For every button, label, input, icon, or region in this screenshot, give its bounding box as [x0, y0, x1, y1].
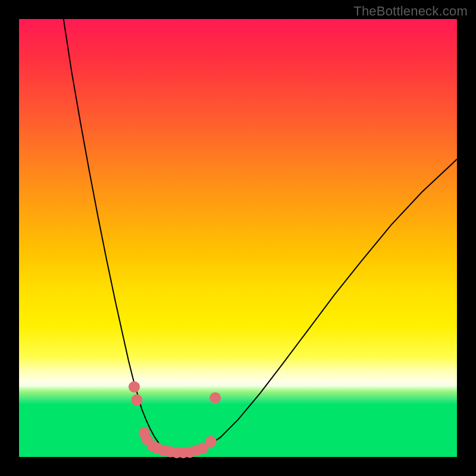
curve-marker — [209, 392, 221, 403]
curve-marker — [131, 394, 142, 406]
bottleneck-curve — [63, 15, 457, 453]
curve-markers — [129, 381, 221, 458]
watermark-text: TheBottleneck.com — [353, 4, 468, 19]
curve-marker — [205, 436, 217, 447]
chart-plot-area — [19, 19, 457, 457]
curve-marker — [129, 381, 140, 393]
chart-frame: TheBottleneck.com — [0, 0, 476, 476]
chart-svg — [19, 19, 457, 457]
